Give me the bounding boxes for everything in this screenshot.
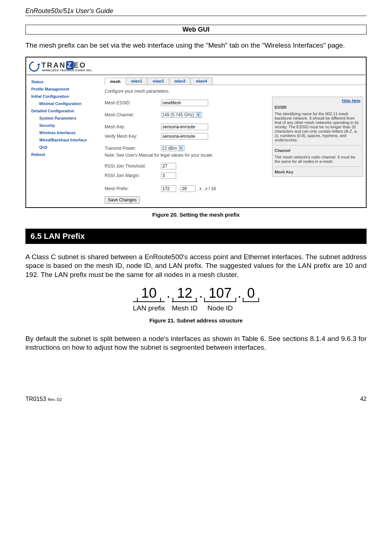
help-channel-title: Channel (275, 148, 360, 153)
rssi-t-input[interactable] (161, 163, 176, 169)
tx-value: 22 dBm (162, 146, 177, 151)
subnet-n2: 12 (173, 286, 196, 300)
tab-wlan1[interactable]: wlan1 (126, 77, 148, 85)
essid-input[interactable] (161, 100, 208, 106)
sidebar-item-system[interactable]: System Parameters (26, 115, 103, 122)
help-key-title: Mesh Key (275, 170, 360, 174)
subnet-l1: LAN prefix (133, 304, 165, 312)
config-intro: Configure your mesh parameters. (105, 89, 261, 94)
prefix-a-input[interactable] (161, 185, 176, 192)
help-essid-body: The identifying name for the 802.11 mesh… (275, 112, 360, 142)
footer-rev: Rev. D2 (48, 397, 62, 402)
sidebar: Status Profile Management Initial Config… (26, 75, 103, 204)
tab-wlan2[interactable]: wlan2 (147, 77, 169, 85)
vkey-label: Verify Mesh Key: (105, 134, 161, 139)
channel-label: Mesh Channel: (105, 112, 161, 117)
help-channel-body: The mesh network's radio channel. It mus… (275, 155, 360, 164)
subnet-n3: 107 (205, 286, 235, 300)
sidebar-item-reboot[interactable]: Reboot (26, 151, 103, 158)
tx-note: Note: See User's Manual for legal values… (105, 153, 261, 158)
logo-text: TRANZEO (41, 61, 93, 69)
prefix-label: Mesh Prefix: (105, 186, 161, 191)
tab-wlan3[interactable]: wlan3 (169, 77, 191, 85)
footer-docnum: TR0153 (25, 396, 48, 402)
key-label: Mesh Key: (105, 124, 161, 129)
rssi-m-input[interactable] (161, 172, 176, 179)
prefix-suffix: . x . x / 16 (195, 186, 216, 191)
subnet-l2: Mesh ID (172, 304, 198, 312)
doc-header: EnRoute50x/51x User's Guide (25, 7, 367, 15)
dot: . (236, 286, 243, 300)
logo-subtitle: WIRELESS TECHNOLOGIES INC. (42, 69, 93, 72)
closing-paragraph: By default the subnet is split between a… (25, 334, 367, 352)
logo-post: EO (74, 61, 86, 69)
sidebar-item-qos[interactable]: QoS (26, 144, 103, 151)
sidebar-item-security[interactable]: Security (26, 122, 103, 129)
save-button[interactable]: Save Changes (105, 196, 140, 204)
page-footer: TR0153 Rev. D2 42 (25, 396, 367, 402)
figure-20-caption: Figure 20. Setting the mesh prefix (25, 212, 367, 218)
section-6-5-header: 6.5 LAN Prefix (25, 229, 367, 244)
divider (27, 74, 365, 75)
channel-value: 149 (5.745 GHz) (162, 112, 194, 117)
dot-sep: . (176, 186, 180, 191)
help-essid-title: ESSID (275, 105, 360, 109)
subnet-l3: Node ID (207, 304, 233, 312)
essid-label: Mesh ESSID: (105, 100, 161, 105)
sidebar-item-wireless[interactable]: Wireless Interfaces (26, 129, 103, 136)
screenshot-container: TRANZEO WIRELESS TECHNOLOGIES INC. Statu… (25, 57, 367, 208)
lan-paragraph: A Class C subnet is shared between a EnR… (25, 253, 367, 280)
sidebar-item-detailed[interactable]: Detailed Configuration (26, 107, 103, 115)
sidebar-item-initial[interactable]: Initial Configuration (26, 93, 103, 100)
rssi-m-label: RSSI Join Margin: (105, 173, 161, 178)
logo-swirl-icon (29, 61, 39, 72)
logo-z: Z (66, 61, 74, 69)
key-input[interactable] (161, 124, 208, 130)
help-panel: Hide Help ESSID The identifying name for… (272, 97, 363, 177)
tab-mesh[interactable]: mesh (105, 78, 126, 85)
vkey-input[interactable] (161, 133, 208, 140)
tx-select[interactable]: 22 dBm ▾ (161, 145, 185, 151)
sidebar-item-minimal[interactable]: Minimal Configuration (26, 100, 103, 107)
footer-page: 42 (360, 396, 367, 402)
header-rule (25, 16, 367, 16)
chevron-down-icon: ▾ (196, 112, 201, 117)
dot: . (165, 286, 172, 300)
chevron-down-icon: ▾ (178, 146, 183, 151)
sidebar-item-status[interactable]: Status (26, 78, 103, 85)
tab-bar: mesh wlan1 wlan2 wlan3 wlan4 (105, 77, 366, 85)
tx-label: Transmit Power: (105, 146, 161, 151)
prefix-b-input[interactable] (180, 185, 195, 192)
sidebar-item-profile[interactable]: Profile Management (26, 85, 103, 93)
web-gui-heading: Web GUI (25, 25, 367, 35)
figure-21-caption: Figure 21. Subnet address structure (25, 317, 367, 324)
subnet-n1: 10 (138, 286, 160, 300)
dot: . (198, 286, 205, 300)
sidebar-item-wired[interactable]: Wired/Backhaul Interface (26, 136, 103, 144)
logo-pre: TRAN (41, 61, 66, 69)
rssi-t-label: RSSI Join Threshold: (105, 164, 161, 169)
tab-wlan4[interactable]: wlan4 (190, 77, 213, 85)
subnet-diagram: 10 LAN prefix . 12 Mesh ID . 107 Node ID… (25, 286, 367, 312)
hide-help-link[interactable]: Hide Help (275, 99, 360, 103)
subnet-l4-empty (250, 304, 252, 312)
intro-paragraph: The mesh prefix can be set via the web i… (25, 41, 367, 50)
subnet-n4: 0 (243, 286, 258, 300)
channel-select[interactable]: 149 (5.745 GHz) ▾ (161, 112, 202, 118)
logo-area: TRANZEO WIRELESS TECHNOLOGIES INC. (26, 57, 366, 74)
